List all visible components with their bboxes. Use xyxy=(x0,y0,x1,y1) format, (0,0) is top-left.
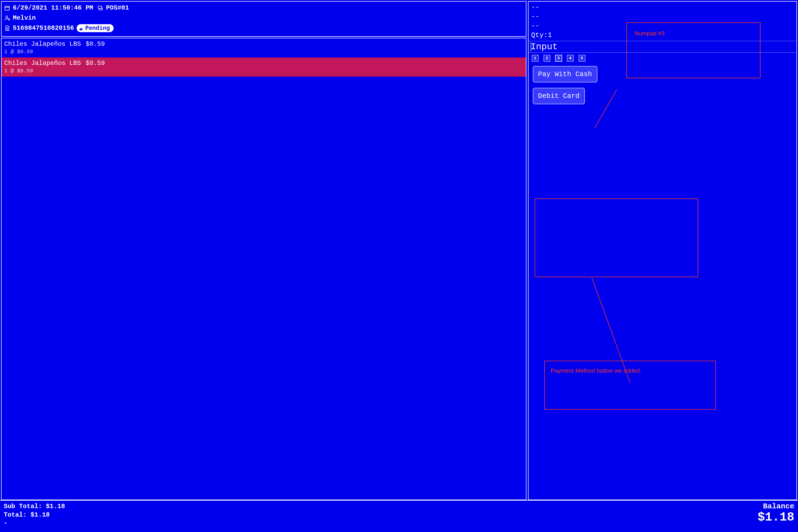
display-line-3: -- xyxy=(531,21,794,31)
numpad-button-2[interactable]: 2 xyxy=(544,55,550,62)
footer-extra-line: - xyxy=(4,519,758,527)
subtotal-label: Sub Total: xyxy=(4,503,42,510)
display-line-1: -- xyxy=(531,3,794,12)
item-row[interactable]: Chiles Jalapeños LBS$0.591 @ $0.59 xyxy=(2,57,526,77)
document-icon xyxy=(4,25,10,31)
annotation-numpad-label: Numpad #3 xyxy=(634,30,665,38)
right-panel: -- -- -- Qty:1 12345 Pay With Cash Debit… xyxy=(528,1,797,500)
register-icon xyxy=(97,5,103,11)
cashier-name: Melvin xyxy=(13,13,36,23)
megaphone-icon xyxy=(79,26,83,31)
balance-amount: $1.18 xyxy=(758,510,794,524)
qty-value: 1 xyxy=(548,31,552,39)
datetime-text: 6/29/2021 11:50:46 PM xyxy=(13,3,93,13)
debit-card-button[interactable]: Debit Card xyxy=(533,88,585,104)
total-value: $1.18 xyxy=(31,511,50,518)
register-label: POS#01 xyxy=(106,3,129,13)
header-cashier-line: Melvin xyxy=(4,13,523,23)
pay-with-cash-button[interactable]: Pay With Cash xyxy=(533,66,597,82)
action-area: Pay With Cash Debit Card xyxy=(529,64,796,107)
footer: Sub Total: $1.18 Total: $1.18 - Balance … xyxy=(0,500,798,532)
display-line-2: -- xyxy=(531,12,794,21)
numpad-row: 12345 xyxy=(529,53,796,64)
numpad-button-1[interactable]: 1 xyxy=(532,55,539,62)
item-price: $0.59 xyxy=(86,60,105,67)
items-panel: Chiles Jalapeños LBS$0.591 @ $0.59Chiles… xyxy=(1,38,527,500)
calendar-icon xyxy=(4,5,10,11)
item-name: Chiles Jalapeños LBS xyxy=(4,40,81,48)
numpad-button-4[interactable]: 4 xyxy=(567,55,574,62)
item-name: Chiles Jalapeños LBS xyxy=(4,60,81,67)
header-datetime-line: 6/29/2021 11:50:46 PM POS#01 xyxy=(4,3,523,13)
header-ticket-line: 5169847510820156 Pending xyxy=(4,23,523,33)
input-field-wrap xyxy=(529,41,796,53)
balance-label: Balance xyxy=(758,502,794,510)
numpad-button-5[interactable]: 5 xyxy=(578,55,586,62)
svg-rect-5 xyxy=(99,8,103,10)
item-detail: 1 @ $0.59 xyxy=(4,49,523,55)
status-text: Pending xyxy=(85,24,110,33)
header-panel: 6/29/2021 11:50:46 PM POS#01 Melvin xyxy=(1,1,527,37)
person-icon xyxy=(4,15,10,21)
svg-rect-4 xyxy=(98,6,101,8)
item-detail: 1 @ $0.59 xyxy=(4,68,523,74)
footer-balance: Balance $1.18 xyxy=(758,502,794,524)
qty-label: Qty: xyxy=(531,31,548,39)
ticket-id: 5169847510820156 xyxy=(13,23,74,33)
status-badge: Pending xyxy=(77,24,113,32)
numpad-button-3[interactable]: 3 xyxy=(555,55,562,62)
svg-point-8 xyxy=(8,19,10,20)
svg-point-7 xyxy=(6,16,8,18)
footer-totals: Sub Total: $1.18 Total: $1.18 - xyxy=(4,502,758,527)
annotation-payment-label: Payment Method button we added. xyxy=(551,367,710,375)
subtotal-value: $1.18 xyxy=(46,503,65,510)
svg-rect-0 xyxy=(5,6,10,11)
item-row[interactable]: Chiles Jalapeños LBS$0.591 @ $0.59 xyxy=(2,38,526,57)
text-caret xyxy=(531,42,531,51)
total-label: Total: xyxy=(4,511,26,518)
main-input[interactable] xyxy=(529,41,796,52)
item-price: $0.59 xyxy=(86,40,105,48)
